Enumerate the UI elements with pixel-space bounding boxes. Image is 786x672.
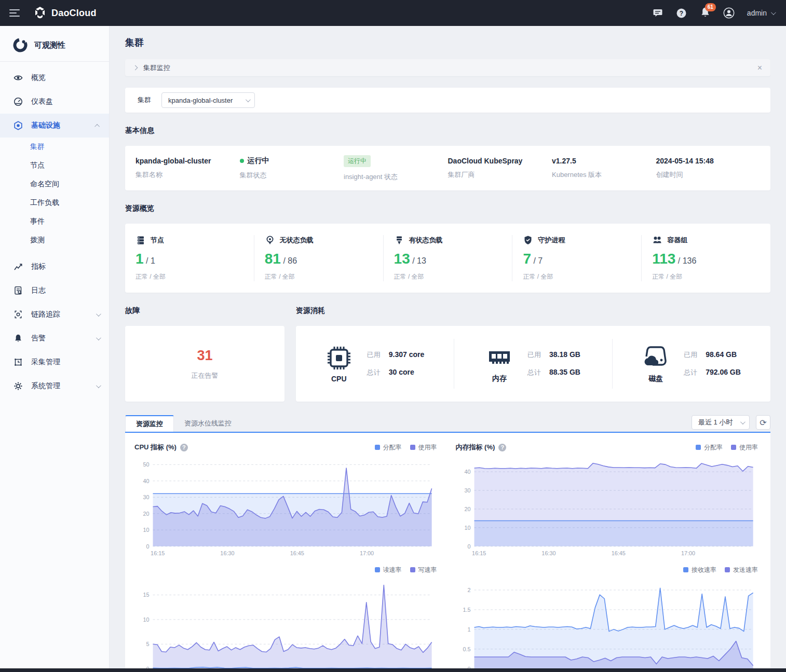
field-created-time: 2024-05-14 15:48 创建时间 <box>656 157 761 180</box>
stateless-workload-icon <box>265 235 275 245</box>
legend-item[interactable]: 写速率 <box>410 566 437 574</box>
sidebar-item-collection[interactable]: 采集管理 <box>0 350 109 374</box>
chevron-down-icon <box>246 97 251 102</box>
sidebar-subitem-label: 工作负载 <box>30 198 59 208</box>
avatar[interactable] <box>723 7 735 19</box>
sidebar-item-label: 概览 <box>31 73 100 83</box>
admin-menu[interactable]: admin <box>747 9 775 17</box>
sidebar-subitem-workload[interactable]: 工作负载 <box>0 194 109 212</box>
overview-caption: 正常 / 全部 <box>394 272 512 281</box>
overview-stateless: 无状态负载 81 / 86 正常 / 全部 <box>254 235 384 281</box>
tracing-icon <box>13 310 23 319</box>
sidebar-item-infrastructure[interactable]: 基础设施 <box>0 114 109 138</box>
overview-total-count: 86 <box>288 256 297 265</box>
separator: / <box>283 256 285 265</box>
overview-caption: 正常 / 全部 <box>652 272 770 281</box>
faults-title: 故障 <box>125 306 284 316</box>
sidebar-subitem-namespace[interactable]: 命名空间 <box>0 175 109 194</box>
time-range-select[interactable]: 最近 1 小时 <box>692 415 750 430</box>
sidebar-subitem-probe[interactable]: 拨测 <box>0 231 109 250</box>
memory-metrics-chart: 内存指标 (%) ? 分配率 使用率 01020304016:1516:3016… <box>456 441 758 558</box>
sidebar-item-system[interactable]: 系统管理 <box>0 374 109 398</box>
sidebar-item-tracing[interactable]: 链路追踪 <box>0 303 109 326</box>
sidebar-item-metrics[interactable]: 指标 <box>0 255 109 279</box>
help-icon[interactable]: ? <box>676 7 687 19</box>
chart-title: CPU 指标 (%) <box>134 443 177 452</box>
svg-text:10: 10 <box>143 616 150 623</box>
sidebar-item-label: 告警 <box>31 334 88 343</box>
overview-name: 无状态负载 <box>280 236 314 245</box>
basic-info-title: 基本信息 <box>125 126 770 135</box>
sidebar-item-alerting[interactable]: 告警 <box>0 326 109 350</box>
notifications-bell-icon[interactable]: 61 <box>700 7 711 19</box>
chart-legend: 读速率 写速率 <box>375 566 437 574</box>
field-value: 2024-05-14 15:48 <box>656 157 761 165</box>
legend-item[interactable]: 接收速率 <box>683 566 716 574</box>
eye-icon <box>13 73 23 83</box>
legend-item[interactable]: 分配率 <box>696 443 723 452</box>
chevron-right-icon[interactable] <box>133 65 138 71</box>
svg-text:20: 20 <box>464 506 470 512</box>
sidebar-subitem-cluster[interactable]: 集群 <box>0 138 109 156</box>
chart-legend: 分配率 使用率 <box>696 443 758 452</box>
sidebar-subitem-event[interactable]: 事件 <box>0 212 109 231</box>
brand-logo[interactable]: DaoCloud <box>33 6 97 20</box>
sidebar-subitem-label: 事件 <box>30 217 45 226</box>
cluster-select[interactable]: kpanda-global-cluster <box>161 92 255 108</box>
network-rate-chart: 接收速率 发送速率 00.511.5216:1516:3016:4517:00 <box>456 564 758 672</box>
field-cluster-status: 运行中 集群状态 <box>240 156 344 180</box>
divider <box>0 250 109 255</box>
total-value: 792.06 GB <box>706 368 741 376</box>
memory-chart-plot: 01020304016:1516:3016:4517:00 <box>456 454 758 558</box>
legend-item[interactable]: 使用率 <box>410 443 437 452</box>
svg-text:2: 2 <box>467 587 470 593</box>
separator: / <box>533 256 535 265</box>
overview-nodes: 节点 1 / 1 正常 / 全部 <box>125 235 254 281</box>
chat-icon[interactable] <box>652 7 663 19</box>
sidebar-item-dashboard[interactable]: 仪表盘 <box>0 90 109 114</box>
chevron-up-icon <box>94 124 100 129</box>
sidebar-item-label: 仪表盘 <box>31 97 100 106</box>
tab-resource-monitor[interactable]: 资源监控 <box>125 415 174 432</box>
help-icon[interactable]: ? <box>180 444 188 451</box>
chevron-down-icon <box>96 311 101 317</box>
sidebar: 可观测性 概览 仪表盘 基础设施 集群 节点 命名空间 工作负载 事件 拨测 <box>0 26 110 672</box>
svg-text:16:15: 16:15 <box>472 550 486 556</box>
menu-toggle-icon[interactable] <box>9 7 20 19</box>
stateful-workload-icon <box>394 235 404 245</box>
sidebar-item-logs[interactable]: 日志 <box>0 279 109 303</box>
svg-text:40: 40 <box>464 469 470 475</box>
tab-waterline-monitor[interactable]: 资源水位线监控 <box>174 415 242 432</box>
svg-text:10: 10 <box>464 525 470 531</box>
bottom-bar <box>0 668 786 672</box>
close-icon[interactable]: × <box>757 64 762 72</box>
chevron-down-icon <box>96 383 101 388</box>
legend-item[interactable]: 使用率 <box>731 443 758 452</box>
tab-label: 资源水位线监控 <box>184 419 232 428</box>
field-value: 运行中 <box>248 156 269 166</box>
svg-text:16:30: 16:30 <box>220 550 234 556</box>
legend-item[interactable]: 读速率 <box>375 566 402 574</box>
used-label: 已用 <box>684 350 697 360</box>
sidebar-item-label: 采集管理 <box>31 358 100 367</box>
sidebar-item-overview[interactable]: 概览 <box>0 66 109 90</box>
cluster-filter-card: 集群 kpanda-global-cluster <box>125 88 770 113</box>
disk-icon <box>642 344 669 371</box>
total-label: 总计 <box>527 368 541 377</box>
sidebar-item-label: 链路追踪 <box>31 310 88 319</box>
app-root: DaoCloud ? 61 admin <box>0 0 786 672</box>
alerting-count: 31 <box>197 348 212 364</box>
sidebar-subitem-node[interactable]: 节点 <box>0 156 109 175</box>
help-icon[interactable]: ? <box>498 444 506 451</box>
legend-item[interactable]: 分配率 <box>375 443 402 452</box>
legend-item[interactable]: 发送速率 <box>725 566 758 574</box>
svg-text:10: 10 <box>143 527 150 533</box>
cpu-icon <box>326 345 353 372</box>
page-title: 集群 <box>125 36 770 49</box>
overview-daemonset: 守护进程 7 / 7 正常 / 全部 <box>512 235 642 281</box>
refresh-button[interactable]: ⟳ <box>756 415 770 430</box>
faults-card: 31 正在告警 <box>125 326 284 402</box>
consumption-name: CPU <box>331 375 347 383</box>
svg-text:16:30: 16:30 <box>541 550 555 556</box>
svg-text:40: 40 <box>143 478 150 484</box>
